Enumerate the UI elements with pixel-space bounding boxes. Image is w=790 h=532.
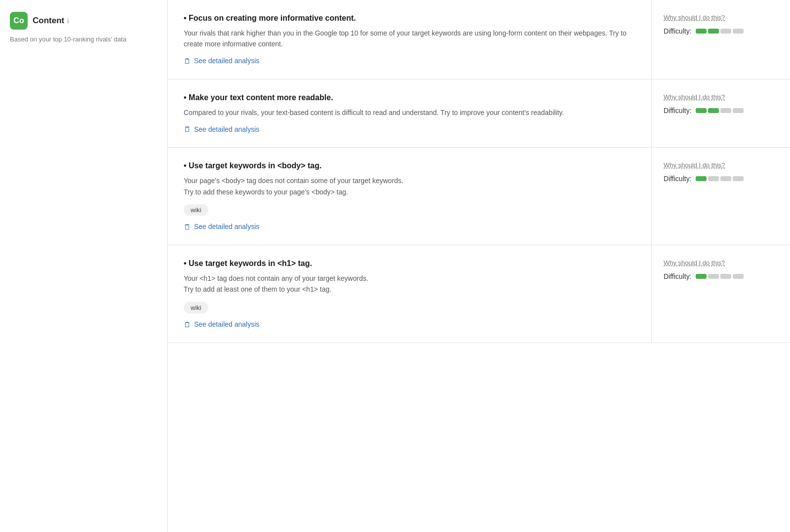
bar-1 xyxy=(696,274,707,279)
recommendation-desc: Your rivals that rank higher than you in… xyxy=(184,28,635,50)
detail-analysis-link[interactable]: 🗒 See detailed analysis xyxy=(184,125,259,133)
bar-4 xyxy=(733,176,744,181)
sidebar-subtitle: Based on your top 10-ranking rivals' dat… xyxy=(10,35,158,44)
recommendation-title: • Use target keywords in <h1> tag. xyxy=(184,259,635,268)
why-link[interactable]: Why should I do this? xyxy=(664,93,778,101)
recommendation-body: • Use target keywords in <h1> tag. Your … xyxy=(168,245,652,342)
recommendation-row: • Use target keywords in <h1> tag. Your … xyxy=(168,245,790,343)
bar-3 xyxy=(720,108,731,113)
difficulty-bar xyxy=(696,176,744,181)
bar-2 xyxy=(708,29,719,34)
bar-1 xyxy=(696,176,707,181)
content-icon: Co xyxy=(10,12,28,30)
difficulty-label: Difficulty: xyxy=(664,27,692,35)
bar-4 xyxy=(733,29,744,34)
bar-1 xyxy=(696,29,707,34)
difficulty-bar xyxy=(696,274,744,279)
info-icon[interactable]: i xyxy=(67,17,69,25)
difficulty-bar xyxy=(696,108,744,113)
sidebar-header: Co Content i xyxy=(10,12,158,30)
recommendation-body: • Make your text content more readable. … xyxy=(168,79,652,147)
detail-analysis-link[interactable]: 🗒 See detailed analysis xyxy=(184,57,259,65)
bar-2 xyxy=(708,108,719,113)
recommendation-row: • Make your text content more readable. … xyxy=(168,79,790,148)
difficulty-row: Difficulty: xyxy=(664,175,778,183)
sidebar-title-row: Content i xyxy=(33,16,69,26)
tag: wiki xyxy=(184,302,208,313)
tag-list: wiki xyxy=(184,302,635,313)
bar-2 xyxy=(708,274,719,279)
difficulty-label: Difficulty: xyxy=(664,107,692,114)
sidebar: Co Content i Based on your top 10-rankin… xyxy=(0,0,168,532)
recommendation-meta: Why should I do this? Difficulty: xyxy=(652,0,790,79)
document-icon: 🗒 xyxy=(184,320,191,329)
difficulty-row: Difficulty: xyxy=(664,272,778,280)
recommendation-desc: Your page's <body> tag does not contain … xyxy=(184,175,635,197)
page-container: Co Content i Based on your top 10-rankin… xyxy=(0,0,790,532)
difficulty-row: Difficulty: xyxy=(664,107,778,114)
bar-4 xyxy=(733,108,744,113)
document-icon: 🗒 xyxy=(184,57,191,65)
recommendation-title: • Use target keywords in <body> tag. xyxy=(184,161,635,170)
difficulty-label: Difficulty: xyxy=(664,175,692,183)
document-icon: 🗒 xyxy=(184,223,191,231)
recommendation-desc: Your <h1> tag does not contain any of yo… xyxy=(184,273,635,295)
tag-list: wiki xyxy=(184,204,635,216)
tag: wiki xyxy=(184,204,208,216)
why-link[interactable]: Why should I do this? xyxy=(664,259,778,266)
detail-analysis-link[interactable]: 🗒 See detailed analysis xyxy=(184,223,259,231)
bar-1 xyxy=(696,108,707,113)
recommendation-meta: Why should I do this? Difficulty: xyxy=(652,79,790,147)
document-icon: 🗒 xyxy=(184,125,191,133)
difficulty-bar xyxy=(696,29,744,34)
main-content: • Focus on creating more informative con… xyxy=(168,0,790,532)
recommendation-row: • Use target keywords in <body> tag. You… xyxy=(168,148,790,245)
bar-4 xyxy=(733,274,744,279)
bar-3 xyxy=(720,274,731,279)
recommendation-desc: Compared to your rivals, your text-based… xyxy=(184,107,635,118)
difficulty-row: Difficulty: xyxy=(664,27,778,35)
recommendation-row: • Focus on creating more informative con… xyxy=(168,0,790,79)
recommendation-meta: Why should I do this? Difficulty: xyxy=(652,148,790,245)
detail-analysis-link[interactable]: 🗒 See detailed analysis xyxy=(184,320,259,329)
why-link[interactable]: Why should I do this? xyxy=(664,14,778,21)
recommendation-body: • Focus on creating more informative con… xyxy=(168,0,652,79)
why-link[interactable]: Why should I do this? xyxy=(664,161,778,169)
recommendation-body: • Use target keywords in <body> tag. You… xyxy=(168,148,652,245)
bar-2 xyxy=(708,176,719,181)
difficulty-label: Difficulty: xyxy=(664,272,692,280)
bar-3 xyxy=(720,29,731,34)
recommendation-meta: Why should I do this? Difficulty: xyxy=(652,245,790,342)
bar-3 xyxy=(720,176,731,181)
sidebar-title: Content xyxy=(33,16,64,26)
recommendation-title: • Focus on creating more informative con… xyxy=(184,14,635,23)
recommendation-title: • Make your text content more readable. xyxy=(184,93,635,102)
